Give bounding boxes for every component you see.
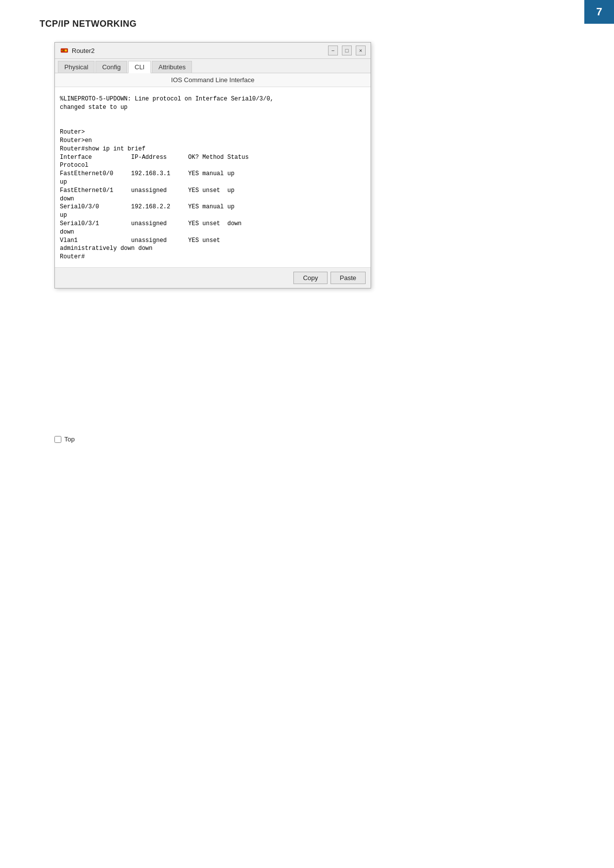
ios-header: IOS Command Line Interface — [55, 73, 371, 87]
tabs-bar: Physical Config CLI Attributes — [55, 59, 371, 73]
button-row: Copy Paste — [55, 267, 371, 288]
page-number: 7 — [596, 5, 602, 18]
close-button[interactable]: × — [356, 46, 366, 55]
tab-attributes[interactable]: Attributes — [152, 61, 192, 73]
window-controls: − □ × — [328, 46, 366, 55]
terminal-textarea[interactable] — [55, 87, 371, 265]
svg-point-1 — [61, 50, 62, 51]
svg-rect-3 — [65, 49, 67, 51]
tab-config[interactable]: Config — [95, 61, 127, 73]
router-icon — [60, 46, 69, 55]
page-number-badge: 7 — [584, 0, 614, 24]
top-label: Top — [64, 435, 75, 443]
window-content: IOS Command Line Interface Copy Paste — [55, 73, 371, 288]
top-checkbox-row: Top — [54, 435, 75, 443]
minimize-button[interactable]: − — [328, 46, 338, 55]
svg-point-2 — [63, 50, 64, 51]
tab-cli[interactable]: CLI — [128, 61, 151, 73]
restore-button[interactable]: □ — [342, 46, 352, 55]
top-checkbox[interactable] — [54, 436, 61, 443]
tab-physical[interactable]: Physical — [58, 61, 94, 73]
window-title-text: Router2 — [72, 47, 328, 54]
copy-button[interactable]: Copy — [293, 272, 327, 284]
router2-window: Router2 − □ × Physical Config CLI Attrib… — [54, 42, 371, 289]
paste-button[interactable]: Paste — [331, 272, 366, 284]
page-title: TCP/IP NETWORKING — [40, 19, 137, 29]
window-titlebar: Router2 − □ × — [55, 43, 371, 59]
